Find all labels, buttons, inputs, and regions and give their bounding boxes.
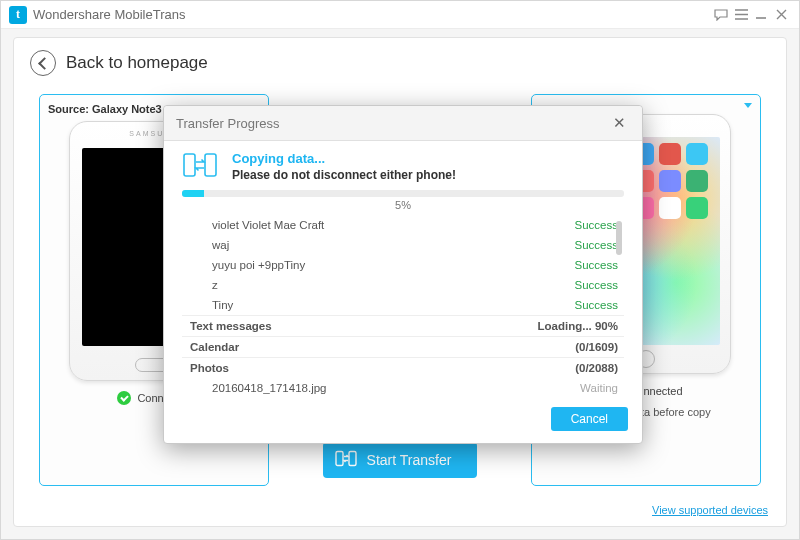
progress-percent-label: 5%: [182, 199, 624, 211]
row-name: waj: [212, 239, 229, 251]
item-row: yuyu poi +9ppTinySuccess: [182, 255, 624, 275]
row-status: (0/2088): [575, 362, 618, 374]
cancel-button[interactable]: Cancel: [551, 407, 628, 431]
row-name: violet Violet Mae Craft: [212, 219, 324, 231]
row-name: 20160418_171418.jpg: [212, 382, 326, 394]
svg-rect-2: [184, 154, 195, 176]
app-title: Wondershare MobileTrans: [33, 7, 711, 22]
check-icon: [117, 391, 131, 405]
scrollbar-thumb[interactable]: [616, 221, 622, 255]
app-logo-icon: t: [9, 6, 27, 24]
dialog-header: Transfer Progress ✕: [164, 106, 642, 141]
dialog-subheading: Please do not disconnect either phone!: [232, 168, 456, 182]
supported-devices-link[interactable]: View supported devices: [652, 504, 768, 516]
row-status: Success: [575, 219, 618, 231]
progress-bar: 5%: [182, 190, 624, 211]
chevron-down-icon[interactable]: [744, 103, 752, 108]
start-transfer-button[interactable]: Start Transfer: [323, 442, 478, 478]
svg-rect-3: [205, 154, 216, 176]
row-name: Photos: [190, 362, 229, 374]
dialog-footer: Cancel: [164, 399, 642, 443]
svg-rect-0: [336, 452, 343, 466]
feedback-icon[interactable]: [711, 9, 731, 21]
row-status: Success: [575, 259, 618, 271]
source-label: Source: Galaxy Note3: [48, 103, 162, 115]
row-status: Success: [575, 239, 618, 251]
row-status: Success: [575, 279, 618, 291]
svg-rect-1: [349, 452, 356, 466]
titlebar: t Wondershare MobileTrans: [1, 1, 799, 29]
row-name: Calendar: [190, 341, 239, 353]
back-arrow-icon: [30, 50, 56, 76]
row-status: Success: [575, 299, 618, 311]
row-status: (0/1609): [575, 341, 618, 353]
item-row: 20160418_171418.jpgWaiting: [182, 378, 624, 395]
item-row: violet Violet Mae CraftSuccess: [182, 215, 624, 235]
item-row: wajSuccess: [182, 235, 624, 255]
back-label: Back to homepage: [66, 53, 208, 73]
category-row: Calendar(0/1609): [182, 336, 624, 357]
transfer-icon: [335, 450, 357, 471]
minimize-button[interactable]: [751, 9, 771, 21]
item-row: zSuccess: [182, 275, 624, 295]
category-row: Text messagesLoading... 90%: [182, 315, 624, 336]
dialog-body: Copying data... Please do not disconnect…: [164, 141, 642, 399]
row-name: Tiny: [212, 299, 233, 311]
row-status: Waiting: [580, 382, 618, 394]
item-row: TinySuccess: [182, 295, 624, 315]
row-status: Loading... 90%: [537, 320, 618, 332]
transfer-progress-dialog: Transfer Progress ✕ Copying data... Plea…: [163, 105, 643, 444]
dialog-title: Transfer Progress: [176, 116, 280, 131]
row-name: z: [212, 279, 218, 291]
back-to-homepage[interactable]: Back to homepage: [14, 38, 786, 84]
menu-icon[interactable]: [731, 9, 751, 20]
start-transfer-label: Start Transfer: [367, 452, 452, 468]
category-row: Photos(0/2088): [182, 357, 624, 378]
transfer-icon: [182, 151, 218, 182]
row-name: yuyu poi +9ppTiny: [212, 259, 305, 271]
close-button[interactable]: [771, 9, 791, 20]
dialog-close-button[interactable]: ✕: [609, 114, 630, 132]
row-name: Text messages: [190, 320, 272, 332]
dialog-heading: Copying data...: [232, 151, 456, 166]
transfer-items-list: violet Violet Mae CraftSuccesswajSuccess…: [182, 215, 624, 395]
